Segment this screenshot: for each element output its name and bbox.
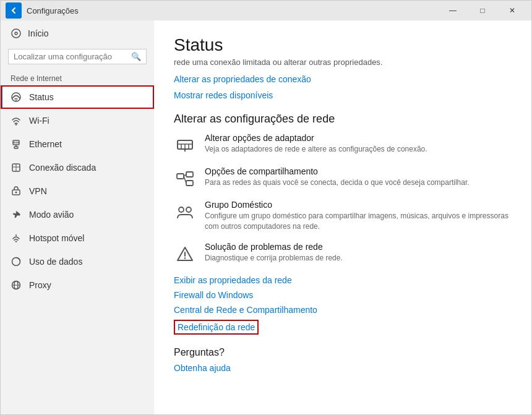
option-adapter-desc: Veja os adaptadores de rede e altere as … [205, 144, 427, 155]
option-troubleshoot-desc: Diagnostique e corrija problemas de rede… [205, 253, 343, 263]
sidebar-item-vpn[interactable]: VPN [1, 179, 154, 203]
hotspot-icon [11, 233, 22, 244]
svg-point-35 [186, 207, 191, 212]
maximize-button[interactable]: □ [468, 2, 497, 19]
sidebar-item-ethernet-label: Ethernet [29, 139, 62, 149]
sidebar-item-dialup-label: Conexão discada [29, 163, 96, 173]
search-input[interactable] [14, 52, 127, 61]
sidebar-item-wifi[interactable]: Wi-Fi [1, 109, 154, 132]
content-area: Status rede uma conexão limitada ou alte… [154, 20, 531, 414]
link-firewall[interactable]: Firewall do Windows [174, 290, 512, 300]
status-icon [11, 92, 22, 103]
option-troubleshoot-text: Solução de problemas de rede Diagnostiqu… [205, 242, 343, 263]
window-title: Configurações [27, 6, 79, 15]
page-title: Status [174, 35, 512, 55]
questions-title: Perguntas? [174, 347, 512, 358]
titlebar-left: Configurações [6, 2, 79, 19]
main-layout: Início 🔍 Rede e Internet [1, 20, 531, 414]
home-icon [11, 28, 22, 39]
option-homegroup-text: Grupo Doméstico Configure um grupo domés… [205, 200, 512, 232]
back-button[interactable] [6, 2, 22, 19]
page-subtitle: rede uma conexão limitada ou alterar out… [174, 58, 512, 67]
option-homegroup-title: Grupo Doméstico [205, 200, 512, 210]
section-network-settings: Alterar as configurações de rede [174, 113, 512, 126]
sidebar-item-status-label: Status [29, 92, 54, 102]
link-show-networks[interactable]: Mostrar redes disponíveis [174, 90, 512, 100]
sidebar-item-proxy[interactable]: Proxy [1, 273, 154, 297]
sidebar-item-datausage[interactable]: Uso de dados [1, 250, 154, 273]
link-help[interactable]: Obtenha ajuda [174, 363, 512, 373]
option-adapter: Alterar opções de adaptador Veja os adap… [174, 133, 512, 156]
option-sharing-desc: Para as redes às quais você se conecta, … [205, 178, 470, 188]
sidebar-item-vpn-label: VPN [29, 186, 47, 196]
svg-point-3 [15, 100, 17, 101]
option-sharing: Opções de compartilhamento Para as redes… [174, 166, 512, 190]
sidebar-section-title: Rede e Internet [1, 69, 154, 85]
sidebar-item-ethernet[interactable]: Ethernet [1, 132, 154, 156]
close-button[interactable]: ✕ [498, 2, 526, 19]
homegroup-icon [174, 201, 196, 223]
svg-point-4 [15, 124, 17, 125]
dialup-icon [11, 162, 22, 173]
svg-point-0 [12, 29, 20, 38]
home-label: Início [28, 28, 48, 38]
questions-section: Perguntas? Obtenha ajuda [174, 347, 512, 373]
link-network-props[interactable]: Exibir as propriedades da rede [174, 275, 512, 285]
link-reset-wrapper: Redefinição da rede [174, 320, 259, 335]
sidebar-item-airplane[interactable]: Modo avião [1, 203, 154, 226]
proxy-icon [11, 280, 22, 291]
adapter-icon [174, 134, 196, 156]
sidebar-item-proxy-label: Proxy [29, 280, 51, 290]
sidebar-item-status[interactable]: Status [1, 85, 154, 109]
sidebar-item-wifi-label: Wi-Fi [29, 116, 49, 126]
sidebar: Início 🔍 Rede e Internet [1, 20, 154, 414]
sidebar-item-hotspot-label: Hotspot móvel [29, 233, 84, 243]
settings-window: Configurações — □ ✕ Início [0, 0, 532, 415]
search-icon: 🔍 [131, 52, 141, 61]
option-troubleshoot-title: Solução de problemas de rede [205, 242, 343, 252]
svg-point-34 [179, 207, 184, 212]
option-sharing-title: Opções de compartilhamento [205, 166, 470, 176]
svg-rect-10 [14, 147, 18, 148]
svg-rect-31 [186, 181, 193, 186]
svg-point-15 [15, 192, 17, 194]
window-controls: — □ ✕ [439, 2, 526, 19]
svg-rect-30 [186, 172, 193, 177]
option-adapter-title: Alterar opções de adaptador [205, 133, 427, 143]
svg-point-1 [15, 32, 17, 35]
bottom-links: Exibir as propriedades da rede Firewall … [174, 275, 512, 335]
vpn-icon [11, 186, 22, 197]
svg-line-33 [184, 176, 186, 183]
link-sharing-center[interactable]: Central de Rede e Compartilhamento [174, 305, 512, 315]
search-container: 🔍 [1, 46, 154, 69]
link-reset[interactable]: Redefinição da rede [178, 322, 255, 332]
sidebar-item-datausage-label: Uso de dados [29, 257, 82, 267]
link-connection-props[interactable]: Alterar as propriedades de conexão [174, 74, 512, 84]
minimize-button[interactable]: — [439, 2, 467, 19]
troubleshoot-icon [174, 243, 196, 265]
sharing-icon [174, 168, 196, 190]
svg-point-37 [184, 257, 186, 259]
titlebar: Configurações — □ ✕ [1, 1, 531, 20]
option-adapter-text: Alterar opções de adaptador Veja os adap… [205, 133, 427, 155]
wifi-icon [11, 115, 22, 126]
svg-point-16 [15, 241, 17, 242]
option-sharing-text: Opções de compartilhamento Para as redes… [205, 166, 470, 188]
ethernet-icon [11, 139, 22, 150]
sidebar-item-airplane-label: Modo avião [29, 210, 74, 220]
sidebar-item-home[interactable]: Início [1, 20, 154, 46]
option-troubleshoot: Solução de problemas de rede Diagnostiqu… [174, 242, 512, 265]
search-box[interactable]: 🔍 [8, 49, 147, 64]
datausage-icon [11, 256, 22, 267]
svg-rect-29 [177, 174, 184, 179]
option-homegroup-desc: Configure um grupo doméstico para compar… [205, 211, 512, 232]
airplane-icon [11, 209, 22, 220]
option-homegroup: Grupo Doméstico Configure um grupo domés… [174, 200, 512, 232]
sidebar-item-dialup[interactable]: Conexão discada [1, 156, 154, 179]
sidebar-item-hotspot[interactable]: Hotspot móvel [1, 226, 154, 250]
